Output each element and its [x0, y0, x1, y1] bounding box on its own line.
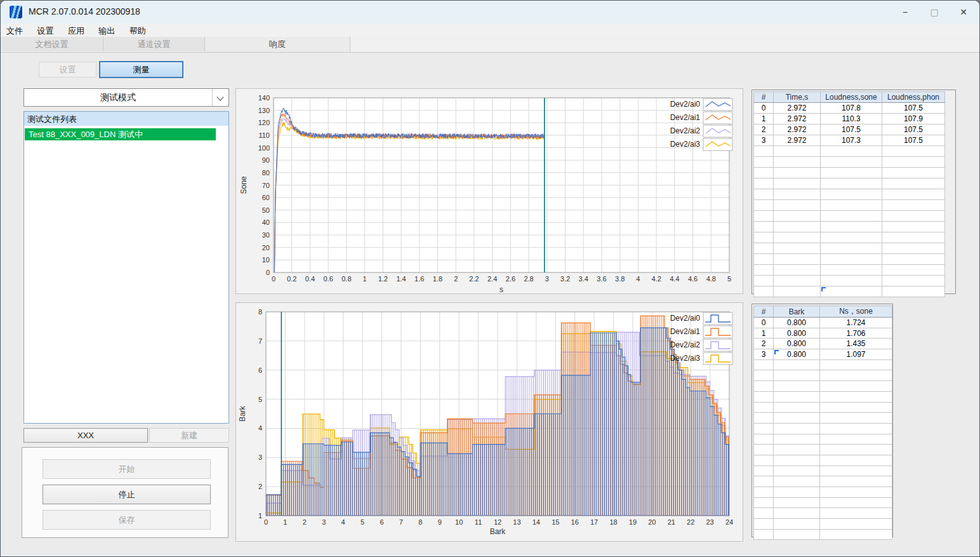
new-button[interactable]: 新建 — [149, 428, 229, 443]
measure-subtab-button[interactable]: 测量 — [99, 61, 183, 78]
save-button[interactable]: 保存 — [43, 510, 211, 530]
loudness-table-row[interactable] — [754, 168, 945, 178]
menu-file[interactable]: 文件 — [1, 23, 29, 37]
column-header: Loudness,phon — [882, 92, 945, 103]
specific-table-row[interactable] — [754, 497, 892, 508]
table-cell — [774, 519, 820, 530]
specific-table-row[interactable] — [754, 508, 892, 519]
minimize-button[interactable]: − — [896, 4, 915, 20]
tab-document-settings[interactable]: 文档设置 — [1, 37, 103, 51]
specific-table-row[interactable] — [754, 370, 892, 381]
loudness-table-row[interactable] — [754, 232, 945, 243]
specific-table-row[interactable] — [754, 434, 892, 445]
table-cell — [882, 265, 945, 276]
specific-loudness-chart-panel: 0123456789101112131415161718192021222324… — [235, 302, 743, 542]
specific-table-row[interactable] — [754, 359, 892, 370]
specific-table-row[interactable]: 30.8001.097 — [754, 349, 892, 360]
table-cell — [754, 254, 774, 265]
loudness-table-row[interactable]: 02.972107.8107.5 — [754, 103, 945, 114]
table-cell — [754, 265, 774, 276]
svg-text:3: 3 — [322, 518, 326, 526]
table-cell — [754, 402, 774, 413]
svg-text:1: 1 — [283, 518, 287, 526]
svg-text:10: 10 — [262, 256, 270, 264]
specific-table-row[interactable] — [754, 423, 892, 434]
loudness-table-row[interactable]: 22.972107.5107.5 — [754, 124, 945, 135]
table-cell — [754, 211, 774, 222]
loudness-table-row[interactable]: 32.972107.3107.5 — [754, 135, 945, 146]
table-cell — [820, 370, 892, 381]
menu-settings[interactable]: 设置 — [31, 23, 59, 37]
specific-table-row[interactable] — [754, 466, 892, 476]
table-cell — [754, 508, 774, 519]
tab-loudness[interactable]: 响度 — [205, 37, 350, 52]
loudness-table-row[interactable] — [754, 222, 945, 232]
specific-table-row[interactable]: 10.8001.706 — [754, 328, 892, 339]
specific-table-row[interactable] — [754, 413, 892, 424]
stop-button[interactable]: 停止 — [43, 485, 211, 504]
loudness-table-row[interactable] — [754, 243, 945, 254]
table-cell — [882, 232, 945, 243]
table-cell: 1.097 — [820, 349, 892, 360]
loudness-table-row[interactable] — [754, 146, 945, 157]
test-file-list-item[interactable]: Test 88_XXX_009_LDN 测试中 — [25, 128, 216, 140]
close-button[interactable]: ✕ — [954, 4, 973, 20]
specific-table-row[interactable] — [754, 476, 892, 487]
loudness-table-row[interactable] — [754, 265, 945, 276]
svg-text:18: 18 — [609, 518, 617, 526]
loudness-time-chart[interactable]: 00.20.40.60.811.21.41.61.822.22.42.62.83… — [236, 89, 743, 293]
specific-loudness-table[interactable]: #BarkNs，sone00.8001.72410.8001.70620.800… — [753, 305, 891, 540]
settings-subtab-button[interactable]: 设置 — [39, 62, 96, 77]
svg-text:0: 0 — [272, 275, 275, 283]
specific-table-row[interactable] — [754, 529, 892, 540]
specific-table-row[interactable] — [754, 519, 892, 530]
loudness-table-row[interactable] — [754, 157, 945, 168]
specific-table-row[interactable]: 20.8001.435 — [754, 339, 892, 349]
specific-table-row[interactable] — [754, 455, 892, 466]
column-header: Loudness,sone — [821, 92, 882, 103]
svg-text:13: 13 — [513, 518, 520, 526]
svg-text:110: 110 — [258, 131, 270, 139]
maximize-button[interactable]: ▢ — [925, 4, 944, 20]
specific-table-row[interactable] — [754, 445, 892, 455]
specific-table-row[interactable] — [754, 381, 892, 392]
loudness-table-row[interactable]: 12.972110.3107.9 — [754, 114, 945, 124]
svg-text:Dev2/ai1: Dev2/ai1 — [670, 327, 701, 336]
start-button[interactable]: 开始 — [43, 459, 211, 479]
svg-text:8: 8 — [418, 518, 422, 526]
loudness-table-row[interactable] — [754, 189, 945, 200]
specific-table-row[interactable] — [754, 391, 892, 402]
loudness-time-chart-panel: 00.20.40.60.811.21.41.61.822.22.42.62.83… — [235, 88, 743, 294]
test-mode-select[interactable]: 测试模式 — [23, 88, 229, 107]
loudness-table-row[interactable] — [754, 276, 945, 286]
loudness-table-row[interactable] — [754, 286, 945, 297]
loudness-table-row[interactable] — [754, 200, 945, 211]
menu-apply[interactable]: 应用 — [62, 23, 90, 37]
tab-channel-settings[interactable]: 通道设置 — [103, 37, 205, 51]
specific-table-row[interactable] — [754, 402, 892, 413]
loudness-table-row[interactable] — [754, 254, 945, 265]
specific-table-row[interactable]: 00.8001.724 — [754, 318, 892, 328]
svg-text:4: 4 — [636, 275, 640, 283]
table-cell — [774, 232, 821, 243]
table-cell: 0.800 — [774, 339, 820, 349]
svg-text:Dev2/ai0: Dev2/ai0 — [670, 314, 701, 323]
svg-text:21: 21 — [668, 518, 675, 526]
menu-output[interactable]: 输出 — [93, 23, 121, 37]
svg-text:0.8: 0.8 — [341, 275, 351, 283]
table-cell — [774, 381, 820, 392]
specific-table-row[interactable] — [754, 487, 892, 498]
svg-text:80: 80 — [262, 169, 270, 177]
table-cell — [882, 189, 945, 200]
loudness-table[interactable]: #Time,sLoudness,soneLoudness,phon02.9721… — [753, 91, 954, 297]
loudness-table-row[interactable] — [754, 211, 945, 222]
loudness-table-row[interactable] — [754, 178, 945, 189]
table-cell — [821, 211, 882, 222]
xxx-button[interactable]: XXX — [23, 428, 148, 443]
specific-loudness-chart[interactable]: 0123456789101112131415161718192021222324… — [236, 303, 743, 541]
table-cell — [754, 370, 774, 381]
svg-text:19: 19 — [629, 518, 637, 526]
table-cell — [754, 222, 774, 232]
menu-help[interactable]: 帮助 — [124, 23, 152, 37]
table-cell — [774, 413, 820, 424]
